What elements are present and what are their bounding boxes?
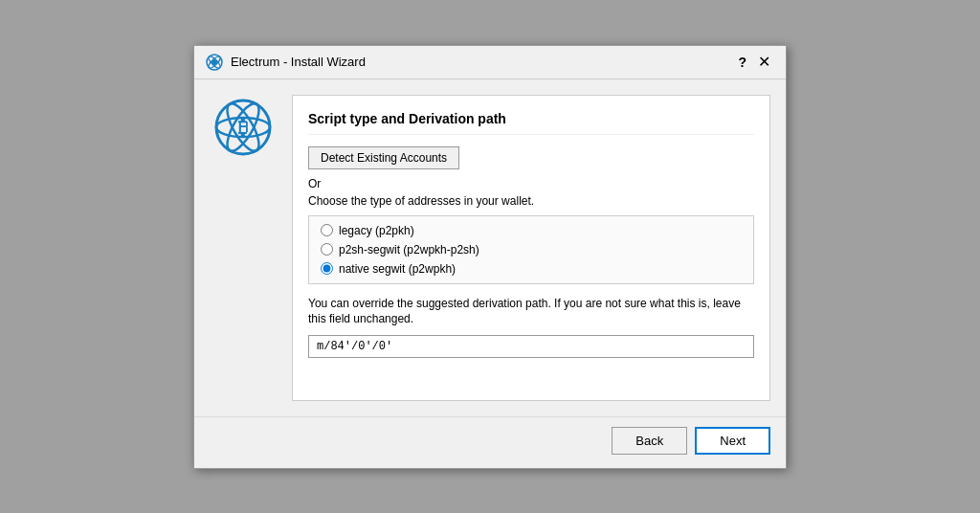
wizard-logo: ₿ (210, 95, 277, 401)
override-description: You can override the suggested derivatio… (308, 296, 754, 328)
back-button[interactable]: Back (612, 427, 687, 455)
radio-p2sh-label[interactable]: p2sh-segwit (p2wpkh-p2sh) (339, 243, 479, 256)
title-controls: ? ✕ (738, 55, 774, 70)
radio-native[interactable] (321, 262, 333, 275)
address-type-group: legacy (p2pkh) p2sh-segwit (p2wpkh-p2sh)… (308, 215, 754, 284)
radio-item-native[interactable]: native segwit (p2wpkh) (321, 262, 742, 276)
or-text: Or (308, 177, 754, 190)
radio-item-legacy[interactable]: legacy (p2pkh) (321, 224, 742, 237)
wizard-window: Electrum - Install Wizard ? ✕ ₿ Script t… (193, 45, 787, 469)
close-button[interactable]: ✕ (754, 55, 774, 70)
content-box: Script type and Derivation path Detect E… (292, 95, 770, 401)
derivation-path-input[interactable] (308, 335, 754, 358)
next-button[interactable]: Next (695, 427, 770, 455)
electrum-icon (206, 54, 223, 71)
svg-text:₿: ₿ (238, 117, 248, 138)
radio-legacy-label[interactable]: legacy (p2pkh) (339, 224, 414, 237)
wizard-content: Script type and Derivation path Detect E… (292, 95, 770, 401)
wizard-body: ₿ Script type and Derivation path Detect… (194, 79, 786, 416)
title-bar: Electrum - Install Wizard ? ✕ (194, 46, 786, 79)
section-title: Script type and Derivation path (308, 111, 754, 135)
detect-accounts-button[interactable]: Detect Existing Accounts (308, 146, 459, 169)
radio-item-p2sh[interactable]: p2sh-segwit (p2wpkh-p2sh) (321, 243, 742, 256)
choose-text: Choose the type of addresses in your wal… (308, 194, 754, 208)
radio-p2sh[interactable] (321, 243, 333, 256)
wizard-footer: Back Next (194, 416, 786, 468)
radio-legacy[interactable] (321, 224, 333, 236)
window-title: Electrum - Install Wizard (231, 55, 738, 69)
radio-native-label[interactable]: native segwit (p2wpkh) (339, 262, 456, 276)
help-button[interactable]: ? (738, 55, 746, 70)
